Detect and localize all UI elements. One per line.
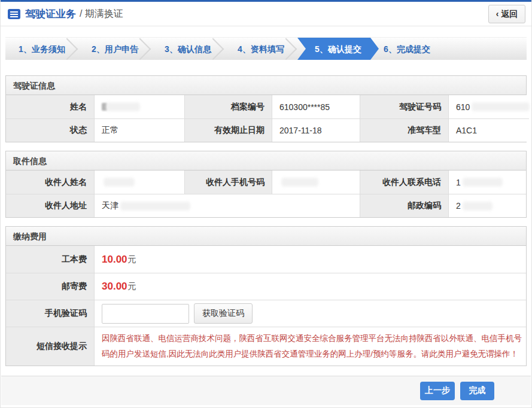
- redacted-blur: [107, 103, 139, 111]
- page-title: 驾驶证业务: [25, 7, 76, 21]
- step-6: 6、完成提交: [370, 38, 443, 60]
- section-title: 取件信息: [6, 151, 526, 170]
- field-value-text: 1: [456, 178, 461, 187]
- content: 驾驶证信息姓名档案编号610300****85驾驶证号码610状态正常有效期止日…: [1, 75, 531, 366]
- fee-value: 10.00元: [94, 246, 526, 273]
- field-value-text: 610: [456, 102, 470, 112]
- redacted-blur: [104, 178, 134, 186]
- redacted-blur: [472, 103, 529, 111]
- fee-value: 30.00元: [94, 273, 526, 300]
- field-label: 状态: [6, 118, 94, 142]
- field-value: [94, 170, 184, 194]
- field-value-text: A1C1: [456, 126, 477, 135]
- fee-amount: 10.00: [102, 254, 127, 266]
- field-value-text: 正常: [102, 125, 118, 136]
- field-label: 收件人姓名: [6, 170, 94, 194]
- field-label: 驾驶证号码: [360, 95, 448, 118]
- step-separator-chevron: [129, 38, 151, 60]
- field-value-text: 天津: [102, 200, 118, 211]
- field-label: 收件人联系电话: [360, 170, 448, 194]
- field-value: 610: [448, 95, 529, 118]
- field-value-text: 2: [456, 201, 461, 211]
- field-label: 收件人地址: [6, 194, 94, 217]
- fee-value: 因陕西省联通、电信运营商技术问题，陕西省互联网交通安全综合服务管理平台无法向持陕…: [94, 327, 526, 366]
- section-fees: 缴纳费用工本费10.00元邮寄费30.00元手机验证码获取验证码短信接收提示因陕…: [5, 226, 527, 366]
- fee-unit: 元: [128, 281, 136, 292]
- field-label: 邮政编码: [360, 194, 448, 217]
- redacted-blur: [121, 202, 190, 210]
- step-separator-chevron: [56, 38, 78, 60]
- field-value: 610300****85: [272, 95, 360, 118]
- step-breadcrumb: 1、业务须知2、用户申告3、确认信息4、资料填写5、确认提交6、完成提交: [5, 37, 527, 60]
- previous-step-button[interactable]: 上一步: [420, 382, 455, 400]
- verification-code-input[interactable]: [102, 304, 189, 324]
- field-label: 姓名: [6, 95, 94, 118]
- page: 驾驶证业务 / 期满换证 ‹ 返回 1、业务须知2、用户申告3、确认信息4、资料…: [0, 0, 532, 408]
- back-button[interactable]: ‹ 返回: [488, 5, 525, 23]
- redacted-blur: [463, 202, 492, 210]
- section: 驾驶证信息姓名档案编号610300****85驾驶证号码610状态正常有效期止日…: [5, 75, 527, 142]
- field-label: 准驾车型: [360, 118, 448, 142]
- redacted-blur: [282, 178, 318, 186]
- field-value: 天津: [94, 194, 360, 217]
- step-2: 2、用户申告: [78, 38, 151, 60]
- redacted-blur: [463, 178, 502, 186]
- step-separator-chevron: [202, 38, 224, 60]
- breadcrumb: / 期满换证: [80, 8, 123, 20]
- fee-label: 手机验证码: [6, 300, 94, 327]
- back-label: 返回: [501, 9, 518, 19]
- fee-value: 获取验证码: [94, 300, 526, 327]
- list-icon: [8, 9, 20, 19]
- field-value: 2: [448, 194, 526, 217]
- field-value: A1C1: [448, 118, 529, 142]
- field-value-text: 2017-11-18: [279, 126, 322, 135]
- field-value: 正常: [94, 118, 184, 142]
- field-label: 档案编号: [184, 95, 272, 118]
- fee-unit: 元: [128, 254, 136, 265]
- field-value: [272, 170, 360, 194]
- back-chevron-icon: ‹: [496, 9, 501, 19]
- header: 驾驶证业务 / 期满换证 ‹ 返回: [1, 2, 531, 26]
- field-label: 收件人手机号码: [184, 170, 272, 194]
- step-4: 4、资料填写: [224, 38, 297, 60]
- field-label: 有效期止日期: [184, 118, 272, 142]
- fee-label: 工本费: [6, 246, 94, 273]
- fee-label: 短信接收提示: [6, 327, 94, 366]
- finish-button[interactable]: 完成: [460, 382, 494, 400]
- field-value: [94, 95, 184, 118]
- field-value: 2017-11-18: [272, 118, 360, 142]
- get-verification-code-button[interactable]: 获取验证码: [194, 303, 253, 324]
- section-title: 缴纳费用: [6, 227, 526, 246]
- step-1: 1、业务须知: [5, 38, 78, 60]
- fee-amount: 30.00: [102, 281, 127, 293]
- step-5: 5、确认提交: [297, 38, 379, 60]
- sms-notice-text: 因陕西省联通、电信运营商技术问题，陕西省互联网交通安全综合服务管理平台无法向持陕…: [102, 331, 525, 362]
- step-separator-chevron: [275, 38, 297, 60]
- section-title: 驾驶证信息: [6, 76, 526, 95]
- footer: 上一步 完成: [1, 376, 531, 405]
- section: 取件信息收件人姓名收件人手机号码收件人联系电话1收件人地址天津邮政编码2: [5, 151, 527, 218]
- field-value: 1: [448, 170, 526, 194]
- field-value-text: 610300****85: [279, 102, 330, 112]
- fee-label: 邮寄费: [6, 273, 94, 300]
- step-3: 3、确认信息: [151, 38, 224, 60]
